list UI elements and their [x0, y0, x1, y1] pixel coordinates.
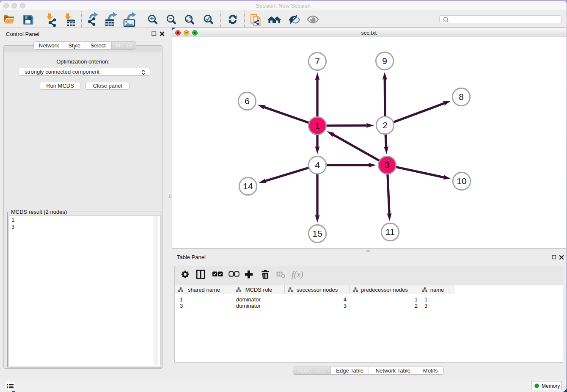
svg-text:9: 9 [382, 56, 387, 66]
svg-text:f(x): f(x) [292, 270, 303, 279]
svg-text:4: 4 [315, 160, 320, 170]
svg-text:6: 6 [245, 96, 250, 106]
svg-text:8: 8 [459, 92, 464, 102]
svg-text:10: 10 [457, 176, 466, 186]
svg-text:3: 3 [385, 160, 390, 170]
svg-text:15: 15 [312, 229, 322, 238]
svg-text:1: 1 [315, 121, 320, 130]
svg-text:11: 11 [385, 227, 395, 237]
svg-text:14: 14 [243, 181, 253, 191]
svg-text:7: 7 [315, 56, 320, 66]
svg-text:2: 2 [383, 120, 388, 130]
